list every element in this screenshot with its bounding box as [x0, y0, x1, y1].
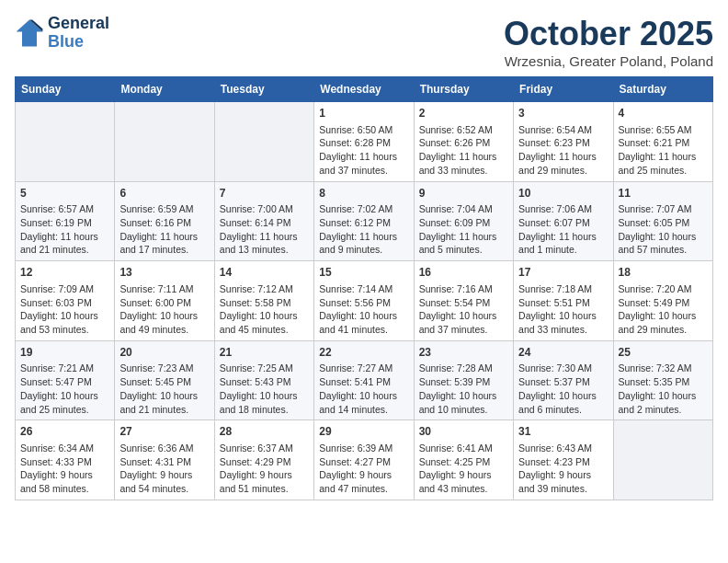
day-info: Sunset: 5:51 PM: [518, 296, 608, 310]
day-info: Sunrise: 6:34 AM: [20, 442, 109, 455]
day-number: 30: [419, 424, 508, 440]
day-info: Sunrise: 6:54 AM: [518, 123, 608, 137]
day-info: Daylight: 11 hours: [20, 230, 109, 244]
day-info: and 33 minutes.: [419, 164, 508, 178]
day-info: Sunrise: 6:55 AM: [619, 123, 708, 137]
day-cell: 5Sunrise: 6:57 AMSunset: 6:19 PMDaylight…: [16, 181, 115, 261]
day-info: Sunset: 6:07 PM: [518, 216, 608, 230]
day-info: Daylight: 10 hours: [319, 309, 408, 323]
day-info: Sunset: 6:28 PM: [319, 136, 408, 150]
day-info: Sunset: 6:12 PM: [319, 216, 408, 230]
day-info: Sunrise: 7:02 AM: [319, 202, 408, 216]
day-info: and 29 minutes.: [518, 164, 608, 178]
day-info: and 21 minutes.: [20, 243, 109, 257]
day-cell: 12Sunrise: 7:09 AMSunset: 6:03 PMDayligh…: [16, 261, 115, 341]
day-info: Daylight: 10 hours: [220, 389, 309, 403]
day-number: 20: [119, 345, 209, 361]
day-info: and 13 minutes.: [220, 243, 309, 257]
day-number: 19: [20, 345, 109, 361]
day-cell: 14Sunrise: 7:12 AMSunset: 5:58 PMDayligh…: [214, 261, 313, 341]
day-info: Sunrise: 6:39 AM: [319, 442, 408, 455]
day-info: Daylight: 10 hours: [419, 309, 508, 323]
day-cell: [214, 102, 313, 182]
week-row-1: 5Sunrise: 6:57 AMSunset: 6:19 PMDaylight…: [16, 181, 713, 261]
day-cell: [115, 102, 214, 182]
day-info: Sunrise: 7:27 AM: [319, 362, 408, 375]
header-cell-wednesday: Wednesday: [314, 77, 414, 102]
month-title: October 2025: [504, 15, 713, 53]
logo-icon: [15, 18, 44, 48]
day-info: and 58 minutes.: [20, 482, 109, 496]
day-info: and 39 minutes.: [518, 482, 608, 496]
day-number: 3: [518, 106, 608, 121]
day-number: 27: [119, 424, 209, 440]
day-number: 9: [419, 186, 508, 201]
day-info: Daylight: 11 hours: [619, 150, 708, 164]
header-cell-tuesday: Tuesday: [214, 77, 313, 102]
day-info: and 25 minutes.: [20, 403, 109, 417]
day-info: Sunset: 6:09 PM: [419, 216, 508, 230]
day-number: 1: [319, 106, 408, 121]
day-info: Daylight: 10 hours: [619, 389, 708, 403]
day-info: Sunset: 6:03 PM: [20, 296, 109, 310]
day-info: Sunrise: 7:25 AM: [220, 362, 309, 375]
day-number: 29: [319, 424, 408, 440]
header-cell-sunday: Sunday: [16, 77, 115, 102]
day-info: Daylight: 10 hours: [220, 309, 309, 323]
day-info: and 37 minutes.: [419, 323, 508, 337]
day-info: Daylight: 10 hours: [20, 309, 109, 323]
day-info: Daylight: 11 hours: [419, 150, 508, 164]
day-cell: 15Sunrise: 7:14 AMSunset: 5:56 PMDayligh…: [314, 261, 414, 341]
day-info: Daylight: 10 hours: [319, 389, 408, 403]
svg-marker-0: [17, 19, 43, 46]
day-info: and 53 minutes.: [20, 323, 109, 337]
day-info: Sunrise: 7:11 AM: [119, 282, 209, 296]
day-info: and 6 minutes.: [518, 403, 608, 417]
day-info: Sunrise: 6:43 AM: [518, 442, 608, 455]
day-info: Sunset: 4:27 PM: [319, 455, 408, 469]
day-info: Sunrise: 7:28 AM: [419, 362, 508, 375]
day-info: Sunrise: 7:18 AM: [518, 282, 608, 296]
day-info: Sunrise: 7:23 AM: [119, 362, 209, 375]
day-info: and 2 minutes.: [619, 403, 708, 417]
day-cell: 25Sunrise: 7:32 AMSunset: 5:35 PMDayligh…: [613, 340, 712, 420]
day-info: and 45 minutes.: [220, 323, 309, 337]
day-info: and 9 minutes.: [319, 243, 408, 257]
day-info: Sunrise: 7:12 AM: [220, 282, 309, 296]
location-subtitle: Wrzesnia, Greater Poland, Poland: [504, 53, 713, 69]
day-number: 5: [20, 186, 109, 201]
day-info: Sunset: 6:05 PM: [619, 216, 708, 230]
calendar-header: SundayMondayTuesdayWednesdayThursdayFrid…: [16, 77, 713, 102]
day-cell: 22Sunrise: 7:27 AMSunset: 5:41 PMDayligh…: [314, 340, 414, 420]
day-info: Sunrise: 6:59 AM: [119, 202, 209, 216]
day-info: and 1 minute.: [518, 243, 608, 257]
day-number: 12: [20, 265, 109, 281]
day-info: Daylight: 10 hours: [518, 309, 608, 323]
day-cell: 21Sunrise: 7:25 AMSunset: 5:43 PMDayligh…: [214, 340, 313, 420]
day-info: Daylight: 9 hours: [20, 468, 109, 482]
day-info: Daylight: 11 hours: [119, 230, 209, 244]
day-info: Daylight: 11 hours: [319, 150, 408, 164]
day-cell: 1Sunrise: 6:50 AMSunset: 6:28 PMDaylight…: [314, 102, 414, 182]
day-info: Daylight: 11 hours: [518, 230, 608, 244]
logo-line1: General: [48, 15, 109, 33]
day-number: 6: [119, 186, 209, 201]
day-cell: 18Sunrise: 7:20 AMSunset: 5:49 PMDayligh…: [613, 261, 712, 341]
day-info: Daylight: 10 hours: [119, 389, 209, 403]
day-info: and 47 minutes.: [319, 482, 408, 496]
day-cell: 19Sunrise: 7:21 AMSunset: 5:47 PMDayligh…: [16, 340, 115, 420]
day-info: and 18 minutes.: [220, 403, 309, 417]
day-number: 24: [518, 345, 608, 361]
day-number: 13: [119, 265, 209, 281]
day-info: Daylight: 10 hours: [20, 389, 109, 403]
day-cell: 29Sunrise: 6:39 AMSunset: 4:27 PMDayligh…: [314, 420, 414, 500]
day-number: 22: [319, 345, 408, 361]
day-info: and 57 minutes.: [619, 243, 708, 257]
day-number: 4: [619, 106, 708, 121]
week-row-2: 12Sunrise: 7:09 AMSunset: 6:03 PMDayligh…: [16, 261, 713, 341]
day-cell: 23Sunrise: 7:28 AMSunset: 5:39 PMDayligh…: [414, 340, 513, 420]
page-header: General Blue October 2025 Wrzesnia, Grea…: [15, 15, 713, 69]
day-info: Sunrise: 7:04 AM: [419, 202, 508, 216]
day-cell: [613, 420, 712, 500]
header-cell-saturday: Saturday: [613, 77, 712, 102]
